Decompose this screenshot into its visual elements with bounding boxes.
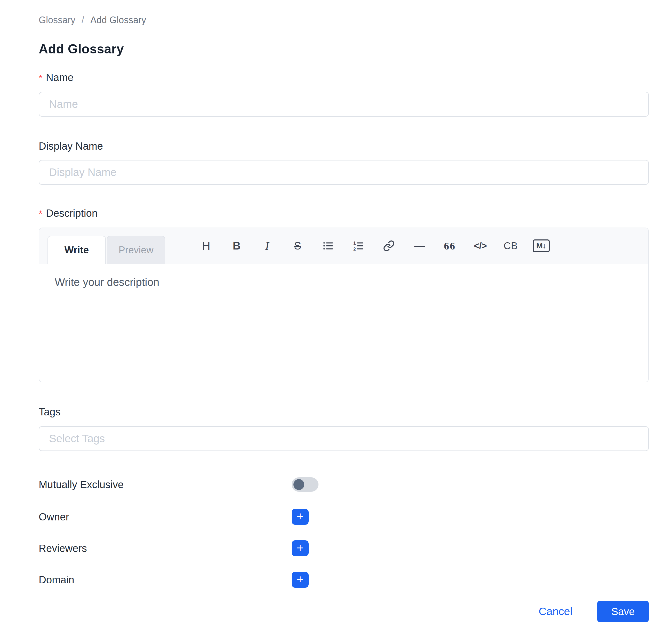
description-textarea[interactable] — [55, 276, 633, 370]
reviewers-label: Reviewers — [39, 542, 292, 554]
add-reviewers-button[interactable]: + — [292, 540, 309, 556]
tags-input[interactable] — [39, 426, 649, 451]
mutually-exclusive-label: Mutually Exclusive — [39, 478, 292, 491]
tags-label-row: Tags — [39, 405, 649, 418]
breadcrumb: Glossary / Add Glossary — [39, 14, 649, 26]
description-editor-body — [39, 264, 648, 382]
required-asterisk: * — [39, 207, 42, 219]
ordered-list-icon[interactable]: 1 2 — [343, 228, 374, 264]
required-asterisk: * — [39, 71, 42, 83]
breadcrumb-separator: / — [81, 14, 84, 26]
display-name-input[interactable] — [39, 160, 649, 185]
add-glossary-page: Glossary / Add Glossary Add Glossary * N… — [0, 0, 671, 644]
breadcrumb-add-glossary: Add Glossary — [90, 14, 146, 26]
name-input[interactable] — [39, 92, 649, 117]
editor-toolbar-icons: H B I S — [191, 228, 556, 264]
svg-text:1: 1 — [353, 241, 356, 246]
description-editor-toolbar: Write Preview H B I S — [39, 228, 648, 264]
description-editor: Write Preview H B I S — [39, 228, 649, 382]
markdown-icon-glyph: M↓ — [533, 240, 550, 252]
form-footer: Cancel Save — [39, 601, 649, 622]
code-block-icon[interactable]: CB — [495, 228, 526, 264]
domain-row: Domain + — [39, 572, 649, 588]
tab-preview[interactable]: Preview — [107, 236, 165, 264]
display-name-label: Display Name — [39, 140, 103, 152]
cancel-button[interactable]: Cancel — [539, 605, 572, 618]
description-label-row: * Description — [39, 207, 649, 219]
owner-label: Owner — [39, 511, 292, 523]
mutually-exclusive-toggle[interactable] — [292, 477, 318, 492]
tags-label: Tags — [39, 405, 61, 418]
code-icon[interactable]: </> — [465, 228, 495, 264]
heading-icon[interactable]: H — [191, 228, 221, 264]
markdown-icon[interactable]: M↓ — [526, 228, 556, 264]
toggle-knob — [293, 479, 304, 490]
strikethrough-icon[interactable]: S — [282, 228, 313, 264]
breadcrumb-glossary[interactable]: Glossary — [39, 14, 75, 26]
svg-text:2: 2 — [353, 246, 356, 252]
unordered-list-icon[interactable] — [313, 228, 343, 264]
italic-icon[interactable]: I — [252, 228, 282, 264]
name-label-row: * Name — [39, 71, 649, 83]
mutually-exclusive-row: Mutually Exclusive — [39, 477, 649, 492]
bold-icon[interactable]: B — [221, 228, 252, 264]
link-icon[interactable] — [374, 228, 404, 264]
name-label: Name — [46, 71, 74, 83]
save-button[interactable]: Save — [597, 601, 649, 622]
add-domain-button[interactable]: + — [292, 572, 309, 588]
page-title: Add Glossary — [39, 42, 649, 56]
horizontal-rule-icon[interactable]: — — [404, 228, 434, 264]
reviewers-row: Reviewers + — [39, 540, 649, 556]
domain-label: Domain — [39, 574, 292, 586]
quote-icon[interactable]: 66 — [434, 228, 465, 264]
add-owner-button[interactable]: + — [292, 509, 309, 525]
display-name-label-row: Display Name — [39, 140, 649, 152]
description-label: Description — [46, 207, 98, 219]
owner-row: Owner + — [39, 509, 649, 525]
tab-write[interactable]: Write — [48, 236, 106, 264]
